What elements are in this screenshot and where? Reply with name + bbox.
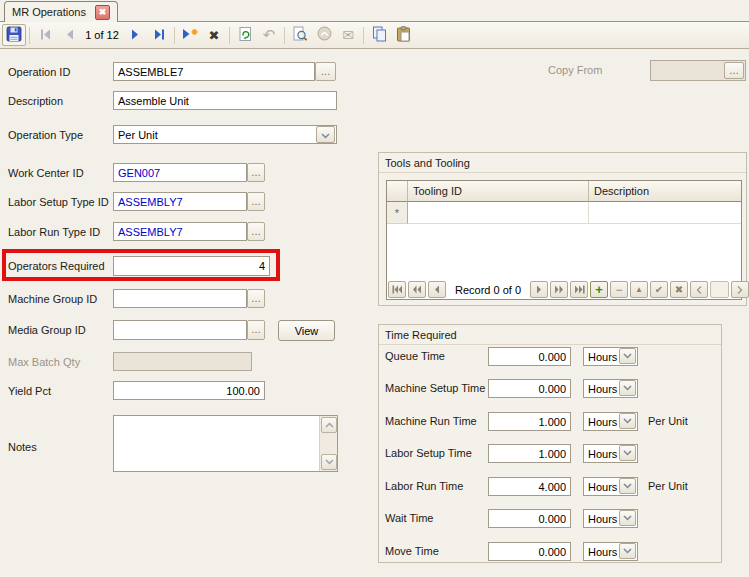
view-button[interactable]: View <box>278 320 335 341</box>
chevron-down-icon[interactable] <box>619 380 636 396</box>
tab-mr-operations[interactable]: MR Operations ✖ <box>4 1 118 22</box>
operation-type-label: Operation Type <box>8 129 83 141</box>
labor-setup-time-input[interactable] <box>488 444 571 463</box>
machine-setup-time-input[interactable] <box>488 379 571 398</box>
media-group-id-lookup-button[interactable]: … <box>247 320 265 340</box>
record-count-text: Record 0 of 0 <box>448 284 528 296</box>
operation-id-lookup-button[interactable]: … <box>315 62 336 81</box>
toolbar-separator <box>363 27 364 44</box>
media-group-id-input[interactable] <box>113 320 247 340</box>
undo-button[interactable]: ↶ <box>257 24 281 46</box>
notes-scrollbar[interactable] <box>319 416 337 471</box>
copy-button[interactable] <box>367 24 391 46</box>
description-cell[interactable] <box>589 202 741 224</box>
unit-value: Hours <box>588 546 617 558</box>
toolbar-separator <box>174 27 175 44</box>
tooling-id-column-header[interactable]: Tooling ID <box>408 181 589 202</box>
save-button[interactable] <box>2 24 26 46</box>
nav-delete-button[interactable]: − <box>610 281 628 298</box>
notes-input[interactable] <box>113 415 338 472</box>
ellipsis-icon: … <box>251 198 261 206</box>
labor-run-type-id-lookup-button[interactable]: … <box>247 222 265 241</box>
nav-prev-page-button[interactable] <box>408 281 426 298</box>
copy-from-label: Copy From <box>548 64 602 76</box>
labor-setup-type-id-lookup-button[interactable]: … <box>247 192 265 211</box>
unit-value: Hours <box>588 383 617 395</box>
grid-selector-header[interactable] <box>387 181 408 202</box>
copy-from-lookup-button[interactable]: … <box>724 62 744 79</box>
next-record-button[interactable] <box>123 24 147 46</box>
ellipsis-icon: … <box>729 67 739 75</box>
delete-record-button[interactable]: ✖ <box>202 24 226 46</box>
unit-value: Hours <box>588 351 617 363</box>
hscroll-right-button[interactable] <box>731 281 749 298</box>
email-button[interactable]: ✉ <box>336 24 360 46</box>
paste-button[interactable] <box>391 24 415 46</box>
nav-next-page-button[interactable] <box>550 281 568 298</box>
operation-type-dropdown-button[interactable] <box>316 126 335 143</box>
chevron-down-icon[interactable] <box>619 348 636 364</box>
chevron-down-icon[interactable] <box>619 543 636 559</box>
hscroll-left-button[interactable] <box>690 281 708 298</box>
ellipsis-icon: … <box>251 326 261 334</box>
description-column-header[interactable]: Description <box>589 181 741 202</box>
machine-group-id-input[interactable] <box>113 289 247 308</box>
chevron-down-icon[interactable] <box>619 445 636 461</box>
scroll-up-icon[interactable] <box>321 417 337 433</box>
labor-setup-type-id-input[interactable] <box>113 192 247 211</box>
tab-close-icon[interactable]: ✖ <box>95 5 110 20</box>
work-center-id-input[interactable] <box>113 163 247 182</box>
nav-last-button[interactable] <box>570 281 588 298</box>
machine-group-id-lookup-button[interactable]: … <box>247 289 265 308</box>
labor-run-type-id-input[interactable] <box>113 222 247 241</box>
email-icon: ✉ <box>342 27 354 43</box>
operation-type-select[interactable]: Per Unit <box>113 125 337 144</box>
new-record-button[interactable] <box>178 24 202 46</box>
tooling-grid-new-row[interactable]: * <box>387 202 741 224</box>
ellipsis-icon: … <box>251 169 261 177</box>
nav-next-button[interactable] <box>530 281 548 298</box>
labor-run-time-input[interactable] <box>488 477 571 496</box>
group-title-divider <box>379 344 721 345</box>
operation-id-label: Operation ID <box>8 66 70 78</box>
chevron-down-icon[interactable] <box>619 510 636 526</box>
first-record-icon <box>39 28 52 43</box>
tooling-id-cell[interactable] <box>408 202 589 224</box>
nav-endedit-button[interactable]: ✔ <box>650 281 668 298</box>
new-record-icon <box>182 28 199 43</box>
hscroll-track[interactable] <box>710 281 729 298</box>
time-required-title: Time Required <box>385 329 457 341</box>
scroll-down-icon[interactable] <box>321 454 337 470</box>
print-preview-icon <box>292 26 308 45</box>
queue-time-input[interactable] <box>488 347 571 366</box>
move-time-input[interactable] <box>488 542 571 561</box>
operation-id-input[interactable] <box>113 62 315 81</box>
chevron-down-icon[interactable] <box>619 413 636 429</box>
group-title-divider <box>379 172 746 173</box>
print-preview-button[interactable] <box>288 24 312 46</box>
machine-run-time-input[interactable] <box>488 412 571 431</box>
last-record-icon <box>153 28 166 43</box>
wait-time-input[interactable] <box>488 509 571 528</box>
toolbar-separator <box>229 27 230 44</box>
nav-append-button[interactable]: + <box>590 281 608 298</box>
last-record-button[interactable] <box>147 24 171 46</box>
previous-record-button[interactable] <box>57 24 81 46</box>
labor-run-type-id-label: Labor Run Type ID <box>8 226 100 238</box>
chevron-down-icon[interactable] <box>619 478 636 494</box>
unit-value: Hours <box>588 416 617 428</box>
nav-edit-button[interactable]: ▲ <box>630 281 648 298</box>
nav-prev-button[interactable] <box>428 281 446 298</box>
refresh-button[interactable] <box>233 24 257 46</box>
navigate-button[interactable] <box>312 24 336 46</box>
nav-cancel-button[interactable]: ✖ <box>670 281 688 298</box>
description-input[interactable] <box>113 91 337 110</box>
undo-icon: ↶ <box>263 26 276 44</box>
yield-pct-input[interactable] <box>113 381 265 400</box>
record-navigator: Record 0 of 0 + − ▲ ✔ ✖ <box>388 281 749 298</box>
first-record-button[interactable] <box>33 24 57 46</box>
navigate-icon <box>317 26 332 44</box>
nav-first-button[interactable] <box>388 281 406 298</box>
work-center-id-lookup-button[interactable]: … <box>247 163 265 182</box>
new-row-indicator[interactable]: * <box>387 202 408 224</box>
